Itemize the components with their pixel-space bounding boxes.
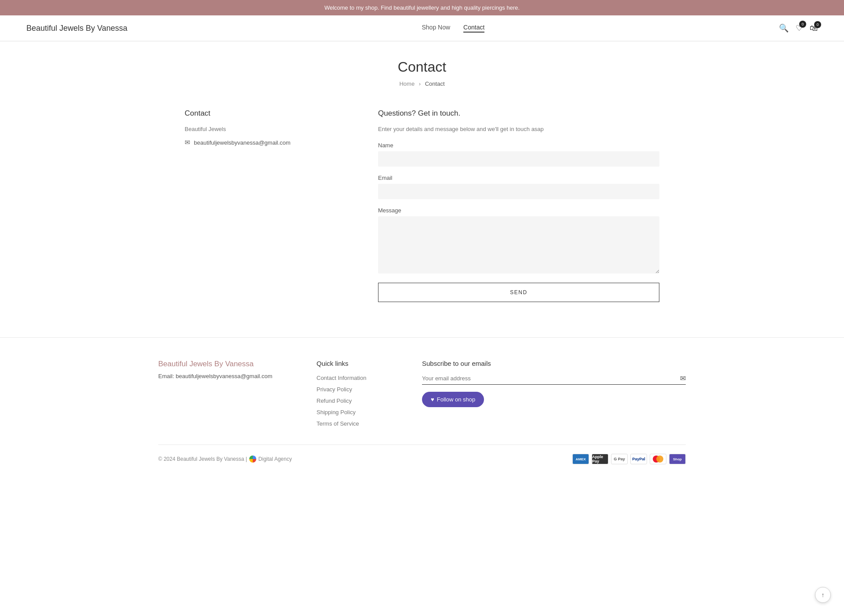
footer-links-col: Quick links Contact Information Privacy … [316, 360, 396, 427]
footer-email-label: Email: [158, 373, 174, 379]
breadcrumb: Home › Contact [185, 80, 659, 87]
paypal-icon: PayPal [630, 454, 647, 464]
link-terms-of-service[interactable]: Terms of Service [316, 420, 359, 427]
name-input[interactable] [378, 151, 659, 167]
wishlist-button[interactable]: ♡ 0 [796, 23, 803, 33]
name-field-group: Name [378, 142, 659, 167]
send-button[interactable]: SEND [378, 283, 659, 302]
google-icon [249, 456, 256, 463]
nav-shop-now[interactable]: Shop Now [422, 24, 450, 33]
form-heading: Questions? Get in touch. [378, 109, 659, 118]
quick-links-title: Quick links [316, 360, 396, 367]
header-icons: 🔍 ♡ 0 🛍 0 [779, 23, 818, 33]
banner-text: Welcome to my shop. Find beautiful jewel… [324, 4, 520, 11]
copyright-row: © 2024 Beautiful Jewels By Vanessa | Dig… [158, 456, 292, 463]
nav-contact[interactable]: Contact [463, 24, 484, 33]
breadcrumb-current: Contact [425, 80, 445, 87]
search-icon: 🔍 [779, 24, 789, 33]
subscribe-title: Subscribe to our emails [422, 360, 686, 367]
message-label: Message [378, 207, 659, 214]
search-button[interactable]: 🔍 [779, 23, 789, 33]
link-privacy-policy[interactable]: Privacy Policy [316, 386, 352, 393]
follow-on-shop-button[interactable]: ♥ Follow on shop [422, 392, 484, 407]
copyright-text: © 2024 Beautiful Jewels By Vanessa | [158, 456, 247, 462]
top-banner: Welcome to my shop. Find beautiful jewel… [0, 0, 844, 15]
subscribe-input-row: ✉ [422, 374, 686, 385]
subscribe-email-input[interactable] [422, 375, 680, 382]
header: Beautiful Jewels By Vanessa Shop Now Con… [0, 15, 844, 41]
contact-email: beautifuljewelsbyvanessa@gmail.com [194, 139, 291, 146]
email-icon: ✉ [185, 139, 190, 146]
link-shipping-policy[interactable]: Shipping Policy [316, 409, 356, 416]
payment-icons: AMEX Apple Pay G Pay PayPal Shop [572, 454, 686, 464]
main-nav: Shop Now Contact [422, 24, 484, 33]
subscribe-submit-icon[interactable]: ✉ [680, 374, 686, 383]
main-content: Contact Home › Contact Contact Beautiful… [158, 41, 686, 337]
list-item: Privacy Policy [316, 386, 396, 393]
email-field-group: Email [378, 175, 659, 199]
site-logo[interactable]: Beautiful Jewels By Vanessa [26, 24, 127, 33]
footer-subscribe-col: Subscribe to our emails ✉ ♥ Follow on sh… [422, 360, 686, 427]
digital-agency-link[interactable]: Digital Agency [258, 456, 292, 462]
contact-form-section: Questions? Get in touch. Enter your deta… [378, 109, 659, 302]
heart-icon: ♥ [431, 396, 434, 403]
message-textarea[interactable] [378, 216, 659, 273]
contact-email-row: ✉ beautifuljewelsbyvanessa@gmail.com [185, 139, 343, 146]
apple-pay-icon: Apple Pay [592, 454, 608, 464]
email-label: Email [378, 175, 659, 181]
cart-button[interactable]: 🛍 0 [810, 24, 818, 33]
list-item: Shipping Policy [316, 408, 396, 416]
form-subtitle: Enter your details and message below and… [378, 126, 659, 132]
message-field-group: Message [378, 207, 659, 275]
footer-grid: Beautiful Jewels By Vanessa Email: beaut… [158, 360, 686, 427]
google-pay-icon: G Pay [611, 454, 628, 464]
contact-form: Name Email Message SEND [378, 142, 659, 302]
breadcrumb-home[interactable]: Home [399, 80, 415, 87]
footer: Beautiful Jewels By Vanessa Email: beaut… [0, 337, 844, 477]
contact-section-title: Contact [185, 109, 343, 118]
breadcrumb-separator: › [419, 80, 421, 87]
cart-badge: 0 [814, 21, 821, 28]
footer-bottom: © 2024 Beautiful Jewels By Vanessa | Dig… [158, 445, 686, 464]
footer-email-row: Email: beautifuljewelsbyvanessa@gmail.co… [158, 373, 290, 379]
list-item: Terms of Service [316, 420, 396, 427]
footer-brand-col: Beautiful Jewels By Vanessa Email: beaut… [158, 360, 290, 427]
contact-info-section: Contact Beautiful Jewels ✉ beautifuljewe… [185, 109, 343, 302]
store-name: Beautiful Jewels [185, 126, 343, 132]
mastercard-icon [650, 454, 666, 464]
quick-links-list: Contact Information Privacy Policy Refun… [316, 374, 396, 427]
link-refund-policy[interactable]: Refund Policy [316, 397, 352, 404]
follow-label: Follow on shop [437, 396, 475, 403]
footer-email: beautifuljewelsbyvanessa@gmail.com [176, 373, 273, 379]
name-label: Name [378, 142, 659, 149]
amex-icon: AMEX [572, 454, 589, 464]
list-item: Contact Information [316, 374, 396, 381]
page-title: Contact [185, 59, 659, 75]
list-item: Refund Policy [316, 397, 396, 404]
svg-point-1 [656, 456, 663, 463]
contact-layout: Contact Beautiful Jewels ✉ beautifuljewe… [185, 109, 659, 302]
footer-brand-name: Beautiful Jewels By Vanessa [158, 360, 290, 368]
shop-pay-icon: Shop [669, 454, 686, 464]
wishlist-badge: 0 [799, 21, 806, 28]
email-input[interactable] [378, 184, 659, 199]
link-contact-info[interactable]: Contact Information [316, 375, 366, 381]
